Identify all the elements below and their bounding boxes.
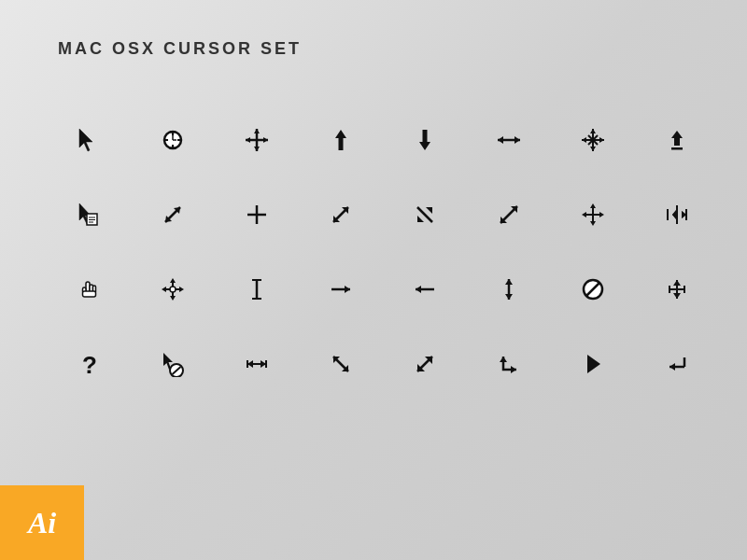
cursor-watch	[131, 103, 215, 177]
svg-marker-110	[587, 355, 600, 373]
cursor-nw-corner	[383, 327, 467, 401]
svg-marker-13	[254, 147, 260, 151]
svg-marker-15	[263, 137, 268, 143]
cursor-arrow-no	[131, 327, 215, 401]
cursor-arrow	[47, 103, 131, 177]
svg-marker-45	[417, 216, 424, 222]
svg-marker-23	[590, 129, 596, 133]
svg-marker-26	[599, 137, 604, 143]
cursor-no	[551, 252, 635, 327]
svg-marker-24	[590, 147, 596, 151]
cursor-nw-resize	[131, 177, 215, 252]
svg-text:?: ?	[82, 351, 97, 377]
cursor-down-arrow	[383, 103, 467, 177]
svg-marker-79	[345, 286, 350, 293]
svg-marker-81	[416, 286, 421, 293]
cursor-up-arrow	[299, 103, 383, 177]
cursor-arrow-copy	[47, 177, 131, 252]
page-title: MAC OSX CURSOR SET	[58, 39, 302, 59]
cursor-plus	[215, 177, 299, 252]
cursor-crosshair-large	[215, 103, 299, 177]
svg-marker-108	[511, 366, 516, 373]
cursor-se-corner	[467, 327, 551, 401]
svg-rect-30	[671, 147, 683, 150]
svg-marker-58	[672, 209, 677, 220]
svg-rect-8	[170, 131, 176, 133]
svg-marker-113	[669, 363, 675, 371]
svg-marker-19	[498, 136, 503, 144]
svg-marker-29	[671, 131, 683, 146]
ai-badge: Ai	[0, 485, 84, 560]
cursor-h-resize	[467, 103, 551, 177]
svg-marker-84	[505, 294, 513, 300]
cursor-hand	[47, 252, 131, 327]
cursor-help: ?	[47, 327, 131, 401]
svg-rect-67	[83, 291, 96, 297]
cursor-se-arrow	[299, 327, 383, 401]
svg-marker-83	[505, 279, 513, 285]
cursor-row-resize	[635, 252, 719, 327]
cursor-upload	[635, 103, 719, 177]
cursor-move	[551, 177, 635, 252]
svg-marker-17	[419, 130, 430, 150]
cursor-col-resize	[635, 177, 719, 252]
svg-marker-89	[673, 293, 681, 299]
svg-marker-12	[254, 129, 260, 133]
cursor-v-resize	[467, 252, 551, 327]
cursor-4way	[551, 103, 635, 177]
svg-marker-16	[335, 130, 346, 150]
cursor-grid: ?	[47, 103, 719, 401]
cursor-left-arrow	[383, 252, 467, 327]
cursor-ne-sw-resize	[467, 177, 551, 252]
svg-marker-14	[246, 137, 250, 143]
svg-marker-109	[500, 357, 507, 362]
svg-point-74	[170, 287, 176, 292]
cursor-h-split	[215, 327, 299, 401]
svg-rect-9	[170, 147, 176, 150]
svg-marker-88	[673, 280, 681, 286]
svg-marker-46	[426, 207, 432, 214]
svg-marker-20	[514, 136, 520, 144]
cursor-sw-resize	[383, 177, 467, 252]
cursor-right-arrow	[299, 252, 383, 327]
cursor-return	[635, 327, 719, 401]
cursor-play	[551, 327, 635, 401]
cursor-text	[215, 252, 299, 327]
cursor-drag	[131, 252, 215, 327]
svg-marker-0	[79, 129, 92, 151]
cursor-ne-resize	[299, 177, 383, 252]
svg-marker-25	[582, 137, 586, 143]
ai-badge-text: Ai	[28, 506, 56, 540]
